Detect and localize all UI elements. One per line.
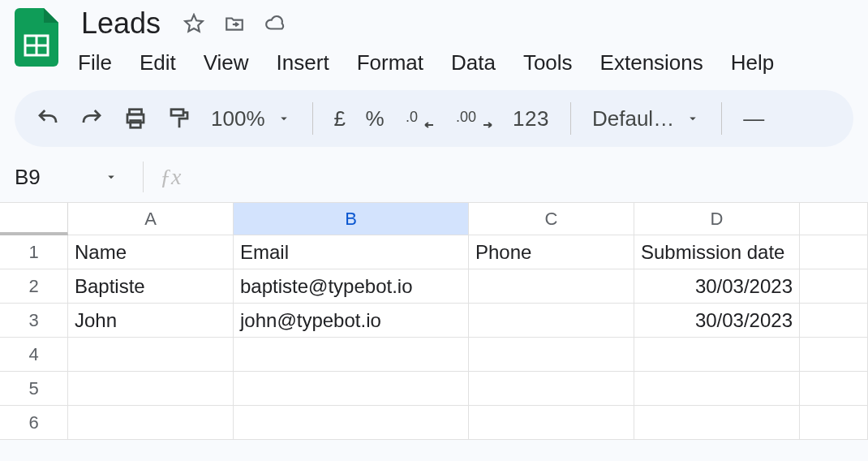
cell[interactable]: Email bbox=[234, 235, 469, 269]
cell[interactable]: 30/03/2023 bbox=[634, 269, 800, 304]
col-header-B[interactable]: B bbox=[234, 203, 469, 235]
cell[interactable] bbox=[469, 269, 634, 304]
col-header-A[interactable]: A bbox=[68, 203, 234, 235]
cell[interactable]: Name bbox=[68, 235, 234, 269]
svg-marker-3 bbox=[185, 15, 203, 32]
cell[interactable] bbox=[469, 304, 634, 338]
cell[interactable] bbox=[800, 269, 868, 304]
cell[interactable] bbox=[68, 406, 234, 440]
undo-icon[interactable] bbox=[36, 106, 60, 131]
row-header[interactable]: 4 bbox=[0, 338, 68, 372]
menu-tools[interactable]: Tools bbox=[523, 50, 573, 75]
cell[interactable] bbox=[68, 372, 234, 406]
zoom-value: 100% bbox=[211, 106, 265, 131]
menu-help[interactable]: Help bbox=[731, 50, 774, 75]
menu-insert[interactable]: Insert bbox=[277, 50, 329, 75]
col-header-C[interactable]: C bbox=[469, 203, 634, 235]
cell[interactable] bbox=[634, 338, 800, 372]
caret-down-icon bbox=[277, 111, 291, 126]
svg-rect-7 bbox=[171, 110, 183, 116]
format-percent-button[interactable]: % bbox=[365, 106, 385, 131]
toolbar-collapse-button[interactable]: — bbox=[743, 106, 765, 131]
name-box[interactable]: B9 bbox=[15, 165, 63, 190]
cell[interactable] bbox=[800, 406, 868, 440]
cell[interactable] bbox=[800, 338, 868, 372]
zoom-dropdown[interactable]: 100% bbox=[211, 106, 291, 131]
cell[interactable]: john@typebot.io bbox=[234, 304, 469, 338]
toolbar: 100% £ % .0 .00 123 Defaul… — bbox=[15, 90, 853, 147]
cell[interactable] bbox=[234, 406, 469, 440]
cell[interactable] bbox=[800, 235, 868, 269]
svg-text:.00: .00 bbox=[456, 109, 476, 125]
menu-extensions[interactable]: Extensions bbox=[600, 50, 703, 75]
star-icon[interactable] bbox=[183, 13, 204, 34]
svg-text:.0: .0 bbox=[406, 109, 418, 125]
format-currency-button[interactable]: £ bbox=[334, 106, 346, 131]
cell[interactable]: Submission date bbox=[634, 235, 800, 269]
decrease-decimal-icon[interactable]: .0 bbox=[404, 106, 436, 131]
doc-title[interactable]: Leads bbox=[78, 5, 164, 42]
cell[interactable]: Baptiste bbox=[68, 269, 234, 304]
row-header[interactable]: 3 bbox=[0, 304, 68, 338]
redo-icon[interactable] bbox=[79, 106, 104, 131]
menu-bar: File Edit View Insert Format Data Tools … bbox=[78, 50, 774, 75]
caret-down-icon bbox=[685, 111, 700, 126]
cell[interactable] bbox=[469, 338, 634, 372]
paint-format-icon[interactable] bbox=[167, 106, 191, 131]
toolbar-separator bbox=[721, 102, 722, 135]
move-to-folder-icon[interactable] bbox=[224, 13, 245, 34]
formula-separator bbox=[143, 162, 144, 192]
more-formats-button[interactable]: 123 bbox=[513, 106, 549, 131]
row-header[interactable]: 1 bbox=[0, 235, 68, 269]
cell[interactable] bbox=[68, 338, 234, 372]
caret-down-icon[interactable] bbox=[104, 170, 118, 184]
font-dropdown[interactable]: Defaul… bbox=[592, 106, 700, 131]
cell[interactable]: Phone bbox=[469, 235, 634, 269]
cell[interactable] bbox=[469, 372, 634, 406]
cell[interactable] bbox=[634, 372, 800, 406]
menu-file[interactable]: File bbox=[78, 50, 112, 75]
row-header[interactable]: 5 bbox=[0, 372, 68, 406]
cloud-status-icon[interactable] bbox=[264, 13, 286, 34]
increase-decimal-icon[interactable]: .00 bbox=[456, 106, 493, 131]
col-header-D[interactable]: D bbox=[634, 203, 800, 235]
cell[interactable] bbox=[800, 304, 868, 338]
font-name: Defaul… bbox=[592, 106, 674, 131]
cell[interactable] bbox=[634, 406, 800, 440]
row-header[interactable]: 6 bbox=[0, 406, 68, 440]
cell[interactable] bbox=[469, 406, 634, 440]
cell[interactable] bbox=[234, 338, 469, 372]
toolbar-separator bbox=[570, 102, 571, 135]
cell[interactable] bbox=[800, 372, 868, 406]
menu-format[interactable]: Format bbox=[357, 50, 423, 75]
row-header[interactable]: 2 bbox=[0, 269, 68, 304]
cell[interactable]: 30/03/2023 bbox=[634, 304, 800, 338]
cell[interactable] bbox=[234, 372, 469, 406]
toolbar-separator bbox=[312, 102, 313, 135]
fx-icon: ƒx bbox=[160, 164, 181, 190]
menu-edit[interactable]: Edit bbox=[140, 50, 176, 75]
svg-rect-6 bbox=[131, 121, 141, 128]
menu-view[interactable]: View bbox=[204, 50, 249, 75]
print-icon[interactable] bbox=[123, 106, 148, 131]
menu-data[interactable]: Data bbox=[451, 50, 496, 75]
cell[interactable]: John bbox=[68, 304, 234, 338]
col-header-blank[interactable] bbox=[800, 203, 868, 235]
sheets-logo-icon[interactable] bbox=[15, 8, 58, 67]
spreadsheet-grid: A B C D 1NameEmailPhoneSubmission date2B… bbox=[0, 202, 868, 440]
select-all-corner[interactable] bbox=[0, 203, 68, 235]
cell[interactable]: baptiste@typebot.io bbox=[234, 269, 469, 304]
